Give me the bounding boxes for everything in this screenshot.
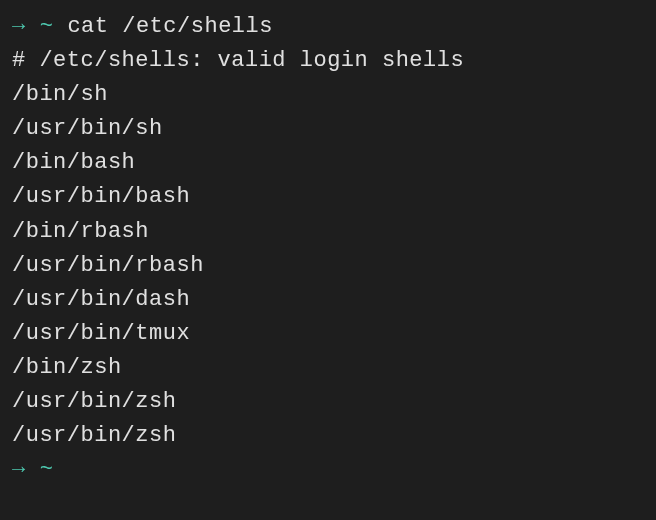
- output-line: /usr/bin/bash: [12, 180, 644, 214]
- prompt-arrow-icon: →: [12, 10, 26, 44]
- output-line: /usr/bin/dash: [12, 283, 644, 317]
- prompt-cwd: ~: [40, 10, 54, 44]
- output-line: /usr/bin/rbash: [12, 249, 644, 283]
- output-line: /bin/sh: [12, 78, 644, 112]
- output-line: /usr/bin/tmux: [12, 317, 644, 351]
- output-line: /usr/bin/sh: [12, 112, 644, 146]
- output-line: /usr/bin/zsh: [12, 419, 644, 453]
- output-line: /bin/bash: [12, 146, 644, 180]
- prompt-cwd: ~: [40, 453, 54, 487]
- output-comment: # /etc/shells: valid login shells: [12, 44, 644, 78]
- prompt-line-1[interactable]: → ~ cat /etc/shells: [12, 10, 644, 44]
- prompt-arrow-icon: →: [12, 453, 26, 487]
- output-line: /usr/bin/zsh: [12, 385, 644, 419]
- output-line: /bin/zsh: [12, 351, 644, 385]
- output-line: /bin/rbash: [12, 215, 644, 249]
- command-text: cat /etc/shells: [67, 10, 273, 44]
- prompt-line-2[interactable]: → ~: [12, 453, 644, 487]
